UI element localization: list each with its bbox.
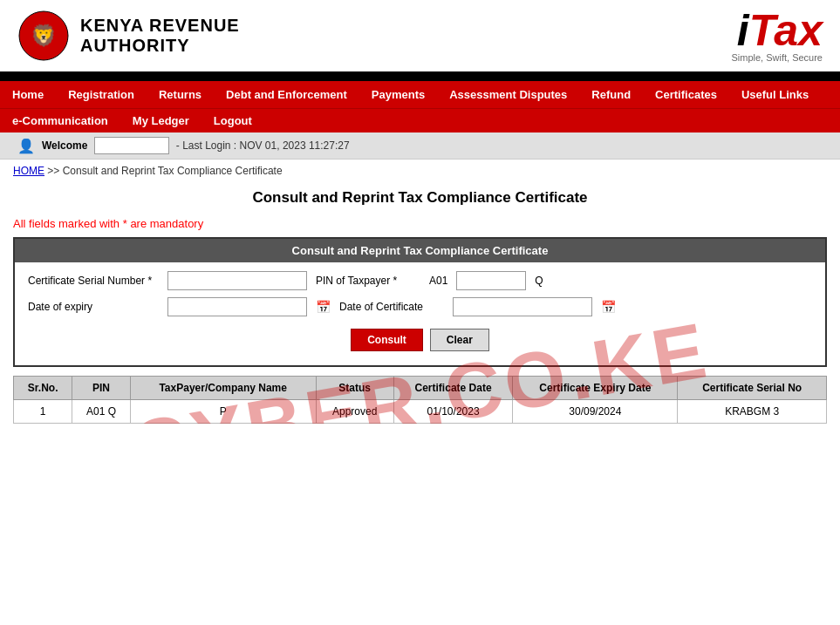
date-expiry-input[interactable] [167,297,307,316]
cert-serial-label: Certificate Serial Number * [28,275,159,287]
form-panel-title: Consult and Reprint Tax Compliance Certi… [15,239,825,262]
nav-registration[interactable]: Registration [56,81,147,108]
date-cert-label: Date of Certificate [339,301,444,313]
results-table: Sr.No. PIN TaxPayer/Company Name Status … [13,376,827,424]
col-company: TaxPayer/Company Name [130,377,316,400]
form-body: Certificate Serial Number * PIN of Taxpa… [15,262,825,365]
nav-debt-enforcement[interactable]: Debt and Enforcement [214,81,359,108]
nav-home[interactable]: Home [0,81,56,108]
col-sr-no: Sr.No. [14,377,72,400]
header-stripe [0,74,840,81]
itax-tagline: Simple, Swift, Secure [731,52,823,63]
pin-label: PIN of Taxpayer * [316,275,420,287]
consult-button[interactable]: Consult [351,329,423,351]
nav-payments[interactable]: Payments [359,81,437,108]
pin-prefix: A01 [429,275,447,287]
page-header: 🦁 Kenya Revenue Authority iTax Simple, S… [0,0,840,74]
nav-logout[interactable]: Logout [201,109,264,132]
org-name-line2: Authority [80,36,190,55]
nav-assessment-disputes[interactable]: Assessment Disputes [437,81,579,108]
nav-useful-links[interactable]: Useful Links [729,81,821,108]
col-cert-date: Certificate Date [393,377,513,400]
pin-suffix: Q [535,275,543,287]
date-expiry-label: Date of expiry [28,301,159,313]
org-logo: 🦁 Kenya Revenue Authority [17,10,240,62]
col-status: Status [316,377,393,400]
kra-logo-icon: 🦁 [17,10,70,62]
page-title: Consult and Reprint Tax Compliance Certi… [0,182,840,214]
form-row-1: Certificate Serial Number * PIN of Taxpa… [28,271,812,290]
org-name: Kenya Revenue Authority [80,16,240,56]
table-header-row: Sr.No. PIN TaxPayer/Company Name Status … [14,377,827,400]
cert-serial-input[interactable] [167,271,307,290]
calendar-expiry-icon[interactable]: 📅 [316,300,331,314]
results-table-wrapper: CYBER.CO.KE Sr.No. PIN TaxPayer/Company … [13,376,827,424]
nav-my-ledger[interactable]: My Ledger [120,109,201,132]
welcome-label: Welcome [42,139,87,152]
itax-logo: iTax Simple, Swift, Secure [731,9,823,63]
org-name-line1: Kenya Revenue [80,16,240,35]
form-panel: Consult and Reprint Tax Compliance Certi… [13,237,827,367]
nav-refund[interactable]: Refund [579,81,643,108]
date-cert-input[interactable] [453,297,592,316]
breadcrumb: HOME >> Consult and Reprint Tax Complian… [0,160,840,182]
nav-bottom: e-Communication My Ledger Logout [0,108,840,132]
welcome-bar: 👤 Welcome - Last Login : NOV 01, 2023 11… [0,132,840,160]
col-serial-no: Certificate Serial No [678,377,827,400]
col-expiry-date: Certificate Expiry Date [513,377,678,400]
user-icon: 👤 [17,138,35,154]
svg-text:🦁: 🦁 [31,23,57,48]
breadcrumb-home[interactable]: HOME [13,165,44,177]
username-display [94,137,168,154]
calendar-cert-icon[interactable]: 📅 [601,300,616,314]
table-row: 1A01 QPApproved01/10/202330/09/2024KRABG… [14,400,827,424]
nav-certificates[interactable]: Certificates [643,81,729,108]
nav-top: Home Registration Returns Debt and Enfor… [0,81,840,108]
itax-brand: iTax [731,9,823,52]
form-actions: Consult Clear [28,323,812,357]
clear-button[interactable]: Clear [430,329,489,351]
last-login-text: - Last Login : NOV 01, 2023 11:27:27 [176,139,350,152]
form-row-2: Date of expiry 📅 Date of Certificate 📅 [28,297,812,316]
pin-input[interactable] [456,271,526,290]
col-pin: PIN [72,377,130,400]
breadcrumb-path: >> Consult and Reprint Tax Compliance Ce… [47,165,282,177]
nav-returns[interactable]: Returns [147,81,214,108]
mandatory-note: All fields marked with * are mandatory [0,214,840,237]
nav-ecommunication[interactable]: e-Communication [0,109,120,132]
